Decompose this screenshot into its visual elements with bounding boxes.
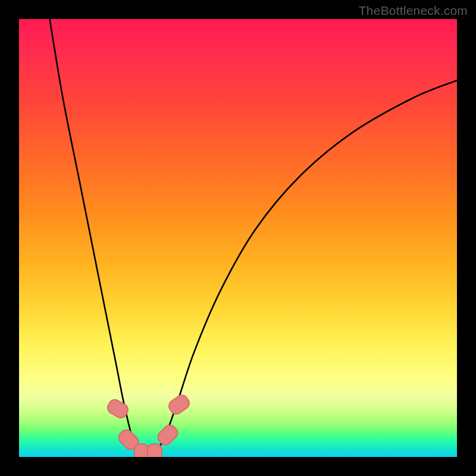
watermark-text: TheBottleneck.com [359, 4, 468, 18]
curve-marker [147, 443, 162, 457]
chart-frame: TheBottleneck.com [0, 0, 476, 476]
bottleneck-curve [19, 19, 457, 457]
plot-area [19, 19, 457, 457]
